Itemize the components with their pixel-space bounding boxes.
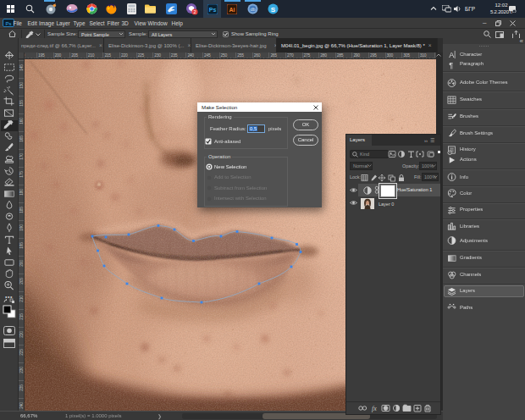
svg-text:Ai: Ai bbox=[229, 7, 235, 13]
svg-text:S: S bbox=[271, 6, 276, 14]
svg-text:fx: fx bbox=[372, 405, 377, 412]
svg-text:Ps: Ps bbox=[209, 7, 217, 13]
svg-text:2: 2 bbox=[193, 9, 196, 14]
svg-text:db: db bbox=[250, 7, 255, 12]
svg-text:Ps: Ps bbox=[5, 21, 11, 26]
svg-text:¶: ¶ bbox=[449, 61, 453, 69]
